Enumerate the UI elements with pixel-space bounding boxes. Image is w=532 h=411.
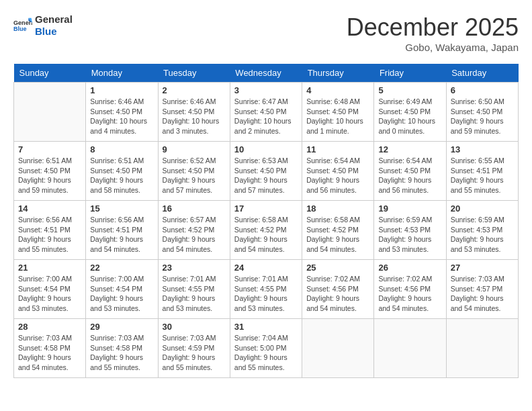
- day-number: 24: [234, 263, 298, 273]
- day-info: Sunrise: 7:02 AMSunset: 4:56 PMDaylight:…: [306, 274, 369, 314]
- day-number: 31: [234, 322, 298, 332]
- day-info: Sunrise: 7:03 AMSunset: 4:57 PMDaylight:…: [451, 274, 514, 314]
- day-number: 8: [90, 144, 153, 154]
- day-number: 7: [18, 144, 81, 154]
- logo-line2: Blue: [35, 26, 73, 38]
- title-block: December 2025 Gobo, Wakayama, Japan: [347, 13, 519, 53]
- calendar-cell: 9Sunrise: 6:52 AMSunset: 4:50 PMDaylight…: [158, 142, 230, 201]
- calendar-cell: 2Sunrise: 6:46 AMSunset: 4:50 PMDaylight…: [158, 83, 230, 142]
- day-info: Sunrise: 6:46 AMSunset: 4:50 PMDaylight:…: [90, 97, 153, 136]
- day-info: Sunrise: 7:00 AMSunset: 4:54 PMDaylight:…: [18, 274, 81, 314]
- calendar-cell: 25Sunrise: 7:02 AMSunset: 4:56 PMDayligh…: [302, 260, 374, 319]
- calendar-week-5: 28Sunrise: 7:03 AMSunset: 4:58 PMDayligh…: [14, 319, 519, 378]
- day-number: 4: [306, 85, 369, 95]
- day-header-tuesday: Tuesday: [158, 64, 230, 83]
- calendar-cell: 5Sunrise: 6:49 AMSunset: 4:50 PMDaylight…: [374, 83, 446, 142]
- day-info: Sunrise: 6:49 AMSunset: 4:50 PMDaylight:…: [378, 97, 441, 136]
- day-number: 17: [234, 203, 298, 214]
- day-number: 13: [451, 144, 514, 154]
- day-number: 19: [378, 203, 441, 214]
- day-info: Sunrise: 6:56 AMSunset: 4:51 PMDaylight:…: [18, 215, 81, 255]
- calendar-cell: 14Sunrise: 6:56 AMSunset: 4:51 PMDayligh…: [14, 201, 86, 260]
- calendar-cell: 4Sunrise: 6:48 AMSunset: 4:50 PMDaylight…: [302, 83, 374, 142]
- day-number: 30: [163, 322, 226, 332]
- calendar-cell: 26Sunrise: 7:02 AMSunset: 4:56 PMDayligh…: [374, 260, 446, 319]
- day-info: Sunrise: 6:56 AMSunset: 4:51 PMDaylight:…: [90, 215, 153, 255]
- calendar-cell: 27Sunrise: 7:03 AMSunset: 4:57 PMDayligh…: [446, 260, 518, 319]
- calendar-week-3: 14Sunrise: 6:56 AMSunset: 4:51 PMDayligh…: [14, 201, 519, 260]
- logo: General Blue General Blue: [13, 13, 73, 38]
- day-info: Sunrise: 6:51 AMSunset: 4:50 PMDaylight:…: [90, 156, 153, 195]
- day-info: Sunrise: 6:54 AMSunset: 4:50 PMDaylight:…: [378, 156, 441, 195]
- day-header-friday: Friday: [374, 64, 446, 83]
- calendar-week-1: 1Sunrise: 6:46 AMSunset: 4:50 PMDaylight…: [14, 83, 519, 142]
- calendar-cell: 21Sunrise: 7:00 AMSunset: 4:54 PMDayligh…: [14, 260, 86, 319]
- calendar-cell: 28Sunrise: 7:03 AMSunset: 4:58 PMDayligh…: [14, 319, 86, 378]
- calendar-cell: 18Sunrise: 6:58 AMSunset: 4:52 PMDayligh…: [302, 201, 374, 260]
- day-number: 21: [18, 263, 81, 273]
- calendar-table: SundayMondayTuesdayWednesdayThursdayFrid…: [13, 64, 519, 378]
- calendar-cell: 31Sunrise: 7:04 AMSunset: 5:00 PMDayligh…: [230, 319, 302, 378]
- calendar-cell: 12Sunrise: 6:54 AMSunset: 4:50 PMDayligh…: [374, 142, 446, 201]
- day-info: Sunrise: 6:59 AMSunset: 4:53 PMDaylight:…: [378, 215, 441, 255]
- day-number: 25: [306, 263, 369, 273]
- day-number: 23: [163, 263, 226, 273]
- calendar-cell: 7Sunrise: 6:51 AMSunset: 4:50 PMDaylight…: [14, 142, 86, 201]
- day-number: 15: [90, 203, 153, 214]
- day-number: 16: [163, 203, 226, 214]
- day-info: Sunrise: 6:51 AMSunset: 4:50 PMDaylight:…: [18, 156, 81, 195]
- logo-icon: General Blue: [13, 16, 32, 35]
- calendar-cell: 22Sunrise: 7:00 AMSunset: 4:54 PMDayligh…: [86, 260, 158, 319]
- day-info: Sunrise: 7:03 AMSunset: 4:59 PMDaylight:…: [163, 333, 226, 373]
- day-info: Sunrise: 6:48 AMSunset: 4:50 PMDaylight:…: [306, 97, 369, 136]
- calendar-cell: 17Sunrise: 6:58 AMSunset: 4:52 PMDayligh…: [230, 201, 302, 260]
- day-number: 6: [451, 85, 514, 95]
- day-info: Sunrise: 7:03 AMSunset: 4:58 PMDaylight:…: [18, 333, 81, 373]
- day-info: Sunrise: 7:00 AMSunset: 4:54 PMDaylight:…: [90, 274, 153, 314]
- calendar-week-2: 7Sunrise: 6:51 AMSunset: 4:50 PMDaylight…: [14, 142, 519, 201]
- calendar-cell: [302, 319, 374, 378]
- day-number: 11: [306, 144, 369, 154]
- calendar-cell: [446, 319, 518, 378]
- calendar-cell: 10Sunrise: 6:53 AMSunset: 4:50 PMDayligh…: [230, 142, 302, 201]
- calendar-cell: 3Sunrise: 6:47 AMSunset: 4:50 PMDaylight…: [230, 83, 302, 142]
- day-header-monday: Monday: [86, 64, 158, 83]
- day-number: 2: [163, 85, 226, 95]
- calendar-cell: 15Sunrise: 6:56 AMSunset: 4:51 PMDayligh…: [86, 201, 158, 260]
- day-info: Sunrise: 6:58 AMSunset: 4:52 PMDaylight:…: [234, 215, 298, 255]
- page-header: General Blue General Blue December 2025 …: [13, 13, 519, 53]
- day-info: Sunrise: 6:52 AMSunset: 4:50 PMDaylight:…: [163, 156, 226, 195]
- day-info: Sunrise: 6:54 AMSunset: 4:50 PMDaylight:…: [306, 156, 369, 195]
- day-number: 29: [90, 322, 153, 332]
- day-number: 22: [90, 263, 153, 273]
- calendar-cell: 13Sunrise: 6:55 AMSunset: 4:51 PMDayligh…: [446, 142, 518, 201]
- calendar-week-4: 21Sunrise: 7:00 AMSunset: 4:54 PMDayligh…: [14, 260, 519, 319]
- day-info: Sunrise: 7:03 AMSunset: 4:58 PMDaylight:…: [90, 333, 153, 373]
- day-info: Sunrise: 6:57 AMSunset: 4:52 PMDaylight:…: [163, 215, 226, 255]
- day-number: 18: [306, 203, 369, 214]
- day-info: Sunrise: 6:47 AMSunset: 4:50 PMDaylight:…: [234, 97, 298, 136]
- day-number: 20: [451, 203, 514, 214]
- calendar-cell: [14, 83, 86, 142]
- calendar-cell: 20Sunrise: 6:59 AMSunset: 4:53 PMDayligh…: [446, 201, 518, 260]
- day-info: Sunrise: 7:04 AMSunset: 5:00 PMDaylight:…: [234, 333, 298, 373]
- calendar-cell: 23Sunrise: 7:01 AMSunset: 4:55 PMDayligh…: [158, 260, 230, 319]
- day-header-thursday: Thursday: [302, 64, 374, 83]
- location-subtitle: Gobo, Wakayama, Japan: [347, 42, 519, 53]
- day-number: 10: [234, 144, 298, 154]
- day-number: 26: [378, 263, 441, 273]
- logo-line1: General: [35, 13, 73, 26]
- day-number: 27: [451, 263, 514, 273]
- day-header-wednesday: Wednesday: [230, 64, 302, 83]
- day-number: 5: [378, 85, 441, 95]
- day-number: 3: [234, 85, 298, 95]
- svg-text:Blue: Blue: [13, 26, 27, 32]
- day-info: Sunrise: 6:50 AMSunset: 4:50 PMDaylight:…: [451, 97, 514, 136]
- calendar-cell: 24Sunrise: 7:01 AMSunset: 4:55 PMDayligh…: [230, 260, 302, 319]
- calendar-cell: 29Sunrise: 7:03 AMSunset: 4:58 PMDayligh…: [86, 319, 158, 378]
- day-info: Sunrise: 6:53 AMSunset: 4:50 PMDaylight:…: [234, 156, 298, 195]
- day-info: Sunrise: 6:46 AMSunset: 4:50 PMDaylight:…: [163, 97, 226, 136]
- day-info: Sunrise: 6:58 AMSunset: 4:52 PMDaylight:…: [306, 215, 369, 255]
- calendar-cell: 1Sunrise: 6:46 AMSunset: 4:50 PMDaylight…: [86, 83, 158, 142]
- calendar-cell: 6Sunrise: 6:50 AMSunset: 4:50 PMDaylight…: [446, 83, 518, 142]
